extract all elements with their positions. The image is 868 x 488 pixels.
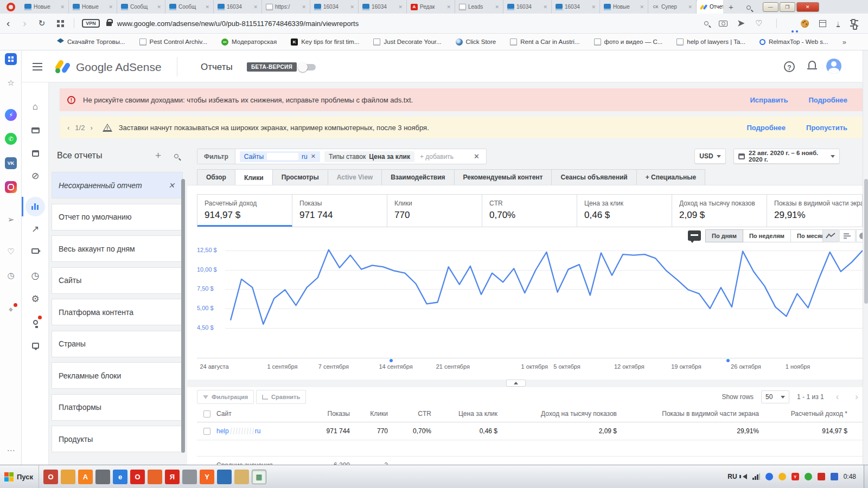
- scrollbar-thumb[interactable]: [864, 179, 868, 304]
- sidebar-scrollbar[interactable]: [181, 179, 185, 453]
- more-link[interactable]: Подробнее: [808, 96, 847, 104]
- fix-link[interactable]: Исправить: [750, 96, 788, 104]
- bookmark-item[interactable]: Click Store: [456, 38, 496, 46]
- report-tab-рекомендуемыйконтент[interactable]: Рекомендуемый контент: [455, 169, 552, 185]
- avatar[interactable]: [826, 59, 841, 74]
- whatsapp-icon[interactable]: ✆: [5, 133, 17, 145]
- chart-app[interactable]: [217, 470, 232, 484]
- minimize-button[interactable]: —: [763, 2, 778, 12]
- tray-blue-icon[interactable]: [831, 473, 838, 480]
- opera-app[interactable]: O: [130, 470, 145, 484]
- notifications-bell-icon[interactable]: [808, 61, 816, 68]
- report-tab-обзор[interactable]: Обзор: [197, 169, 235, 185]
- report-tab-специальные[interactable]: + Специальные: [637, 169, 706, 185]
- lock-icon[interactable]: [106, 22, 112, 26]
- tray-red-icon[interactable]: [818, 473, 825, 480]
- history-clock-icon[interactable]: ◷: [29, 269, 41, 281]
- table-compare-button[interactable]: Сравнить: [256, 390, 306, 404]
- tab-search-icon[interactable]: [746, 2, 751, 12]
- speed-dial-icon[interactable]: [5, 53, 17, 65]
- url-field[interactable]: www.google.com/adsense/new/u/0/pub-81151…: [117, 20, 359, 28]
- chart-mode-button[interactable]: По неделям: [743, 229, 791, 242]
- adsense-logo-icon[interactable]: [54, 59, 71, 74]
- sidebar-report-item[interactable]: Весь аккаунт по дням: [52, 235, 183, 262]
- sidebar-report-item[interactable]: Несохраненный отчет✕: [52, 172, 183, 198]
- vpn-badge[interactable]: VPN: [82, 19, 100, 28]
- line-chart-type-button[interactable]: [822, 229, 839, 242]
- folder-app[interactable]: [234, 470, 249, 484]
- help-icon[interactable]: ?: [784, 61, 795, 72]
- site-filter-chip[interactable]: Сайты ru ✕: [240, 151, 320, 162]
- cookie-icon[interactable]: [801, 20, 809, 28]
- sites-calendar-icon[interactable]: [29, 147, 41, 159]
- tray-sync-icon[interactable]: [765, 473, 773, 480]
- metric-card[interactable]: Показы в видимой части экрана29,91%: [767, 195, 862, 227]
- opera-logo-icon[interactable]: [7, 3, 15, 11]
- tab-close-icon[interactable]: ✕: [350, 4, 354, 10]
- sidebar-report-item[interactable]: Продукты: [52, 426, 183, 452]
- sidebar-report-item[interactable]: Платформа контента: [52, 299, 183, 325]
- beta-toggle[interactable]: [299, 64, 316, 70]
- bookmark-item[interactable]: ecМодераторская: [221, 38, 277, 46]
- pager-prev-icon[interactable]: ‹: [67, 124, 69, 132]
- rows-per-page-select[interactable]: 50: [761, 390, 789, 403]
- tab-close-icon[interactable]: ✕: [253, 4, 258, 10]
- add-report-button[interactable]: +: [155, 150, 161, 162]
- bookmark-item[interactable]: KKey tips for first tim...: [291, 38, 359, 46]
- home-icon[interactable]: ⌂: [29, 101, 41, 113]
- remove-chip-icon[interactable]: ✕: [311, 153, 316, 160]
- bookmarks-star-icon[interactable]: ☆: [5, 77, 17, 89]
- speaker-icon[interactable]: [743, 474, 747, 479]
- search-reports-icon[interactable]: [174, 151, 178, 160]
- tab-close-icon[interactable]: ✕: [446, 4, 451, 10]
- report-tab-activeview[interactable]: Active View: [328, 169, 382, 185]
- sidebar-report-item[interactable]: Сайты: [52, 267, 183, 294]
- page-scrollbar[interactable]: [863, 50, 868, 465]
- show-desktop-button[interactable]: [864, 465, 868, 488]
- browser-tab[interactable]: 16034✕: [359, 0, 407, 14]
- tab-close-icon[interactable]: ✕: [688, 4, 692, 10]
- clear-filters-icon[interactable]: ✕: [474, 152, 486, 160]
- metric-card[interactable]: Расчетный доход914,97 $: [197, 195, 292, 227]
- report-tab-просмотры[interactable]: Просмотры: [273, 169, 328, 185]
- settings-sliders-icon[interactable]: [850, 20, 858, 27]
- tab-close-icon[interactable]: ✕: [108, 4, 113, 10]
- bookmark-item[interactable]: RelmaxTop - Web s...: [760, 38, 828, 46]
- messenger-icon[interactable]: ⚡: [5, 109, 17, 121]
- prev-page-icon[interactable]: ‹: [832, 391, 844, 402]
- a-app[interactable]: A: [78, 470, 93, 484]
- tab-close-icon[interactable]: ✕: [591, 4, 596, 10]
- report-tab-взаимодействия[interactable]: Взаимодействия: [382, 169, 454, 185]
- bookmark-item[interactable]: Скачайте Торговы...: [57, 38, 125, 46]
- back-button[interactable]: ‹: [0, 17, 16, 29]
- start-button[interactable]: Пуск: [0, 465, 39, 488]
- report-tab-сеансыобъявлений[interactable]: Сеансы объявлений: [552, 169, 636, 185]
- browser-tab[interactable]: Сообщ✕: [165, 0, 214, 14]
- browser-tab[interactable]: АРедак✕: [407, 0, 455, 14]
- chart-mode-button[interactable]: По дням: [705, 229, 743, 242]
- yandex-app[interactable]: Я: [165, 470, 180, 484]
- skip-link[interactable]: Пропустить: [806, 124, 847, 132]
- y-app[interactable]: Y: [200, 470, 214, 484]
- flashlight-icon[interactable]: ⌖: [5, 304, 17, 316]
- bookmark-item[interactable]: Rent a Car in Austri...: [510, 38, 579, 46]
- pager-next-icon[interactable]: ›: [90, 124, 92, 132]
- download-icon[interactable]: ↓: [837, 20, 840, 27]
- browser-tab[interactable]: 16034✕: [310, 0, 359, 14]
- ads-icon[interactable]: [29, 124, 41, 136]
- snapshot-icon[interactable]: [719, 21, 727, 27]
- tab-close-icon[interactable]: ✕: [495, 4, 499, 10]
- table-filter-button[interactable]: Фильтрация: [197, 390, 254, 404]
- speed-dial-icon[interactable]: [57, 20, 64, 27]
- bookmark-item[interactable]: Just Decorate Your...: [373, 38, 441, 46]
- settings-gear-icon[interactable]: ⚙: [29, 293, 41, 305]
- idea-bulb-icon[interactable]: [29, 316, 41, 328]
- browser-tab[interactable]: https:/✕: [262, 0, 310, 14]
- next-page-icon[interactable]: ›: [851, 391, 863, 402]
- collapse-chart-button[interactable]: [506, 380, 526, 387]
- reports-icon[interactable]: [29, 201, 41, 213]
- zoom-icon[interactable]: [704, 21, 709, 25]
- new-tab-button[interactable]: +: [723, 2, 739, 11]
- metric-card[interactable]: Показы971 744: [292, 195, 387, 227]
- bookmarks-overflow-icon[interactable]: »: [843, 38, 868, 46]
